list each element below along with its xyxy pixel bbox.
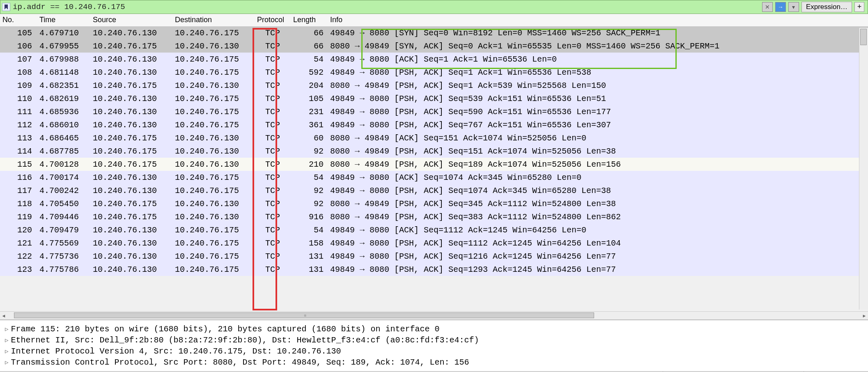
packet-row[interactable]: 1124.68601010.240.76.13010.240.76.175TCP… (0, 118, 868, 131)
col-time[interactable]: Time (37, 14, 90, 26)
packet-row[interactable]: 1074.67998810.240.76.13010.240.76.175TCP… (0, 53, 868, 66)
packet-cell: 10.240.76.175 (172, 171, 255, 184)
col-protocol[interactable]: Protocol (255, 14, 291, 26)
expand-icon[interactable]: ▷ (5, 337, 8, 344)
packet-cell: 10.240.76.130 (172, 158, 255, 171)
details-frame[interactable]: ▷Frame 115: 210 bytes on wire (1680 bits… (5, 324, 863, 335)
clear-filter-icon[interactable]: ✕ (762, 2, 773, 12)
packet-cell: 10.240.76.175 (90, 145, 172, 158)
display-filter-input[interactable] (13, 1, 762, 13)
packet-cell: 92 (291, 197, 328, 210)
packet-cell: 49849 → 8080 [PSH, ACK] Seq=590 Ack=151 … (328, 105, 868, 118)
packet-cell: 49849 → 8080 [ACK] Seq=1112 Ack=1245 Win… (328, 223, 868, 237)
expand-icon[interactable]: ▷ (5, 326, 8, 333)
packet-cell: TCP (255, 263, 291, 276)
packet-cell: 10.240.76.175 (172, 26, 255, 39)
packet-list-pane: No. Time Source Destination Protocol Len… (0, 14, 868, 311)
packet-cell: TCP (255, 79, 291, 92)
packet-cell: 4.709446 (37, 210, 90, 223)
packet-row[interactable]: 1084.68114810.240.76.13010.240.76.175TCP… (0, 66, 868, 79)
packet-cell: 49849 → 8080 [PSH, ACK] Seq=1112 Ack=124… (328, 237, 868, 250)
packet-cell: 105 (0, 26, 37, 39)
packet-cell: 4.700242 (37, 184, 90, 197)
packet-cell: 54 (291, 171, 328, 184)
packet-row[interactable]: 1144.68778510.240.76.17510.240.76.130TCP… (0, 145, 868, 158)
packet-cell: 49849 → 8080 [SYN] Seq=0 Win=8192 Len=0 … (328, 26, 868, 39)
packet-cell: 10.240.76.175 (90, 210, 172, 223)
packet-row[interactable]: 1054.67971010.240.76.13010.240.76.175TCP… (0, 26, 868, 39)
packet-cell: 49849 → 8080 [ACK] Seq=1074 Ack=345 Win=… (328, 171, 868, 184)
packet-cell: 8080 → 49849 [SYN, ACK] Seq=0 Ack=1 Win=… (328, 39, 868, 53)
packet-cell: 122 (0, 250, 37, 263)
packet-cell: 361 (291, 118, 328, 131)
packet-row[interactable]: 1224.77573610.240.76.13010.240.76.175TCP… (0, 250, 868, 263)
packet-cell: TCP (255, 184, 291, 197)
packet-cell: 66 (291, 39, 328, 53)
packet-cell: 112 (0, 118, 37, 131)
packet-row[interactable]: 1234.77578610.240.76.13010.240.76.175TCP… (0, 263, 868, 276)
packet-cell: 66 (291, 26, 328, 39)
col-source[interactable]: Source (90, 14, 172, 26)
vertical-scrollbar[interactable] (859, 28, 868, 310)
packet-row[interactable]: 1164.70017410.240.76.13010.240.76.175TCP… (0, 171, 868, 184)
col-info[interactable]: Info (328, 14, 868, 26)
details-ip[interactable]: ▷Internet Protocol Version 4, Src: 10.24… (5, 346, 863, 357)
packet-cell: 10.240.76.130 (172, 79, 255, 92)
packet-cell: 92 (291, 184, 328, 197)
packet-cell: 4.682351 (37, 79, 90, 92)
col-destination[interactable]: Destination (172, 14, 255, 26)
packet-cell: 10.240.76.130 (90, 118, 172, 131)
details-ethernet[interactable]: ▷Ethernet II, Src: Dell_9f:2b:80 (b8:2a:… (5, 335, 863, 346)
packet-row[interactable]: 1134.68646510.240.76.17510.240.76.130TCP… (0, 131, 868, 145)
packet-cell: 105 (291, 92, 328, 105)
packet-cell: 916 (291, 210, 328, 223)
packet-table[interactable]: No. Time Source Destination Protocol Len… (0, 14, 868, 276)
add-filter-button[interactable]: + (854, 2, 864, 12)
packet-cell: TCP (255, 118, 291, 131)
packet-cell: 49849 → 8080 [PSH, ACK] Seq=1074 Ack=345… (328, 184, 868, 197)
packet-cell: 4.709479 (37, 223, 90, 237)
packet-cell: 10.240.76.175 (90, 79, 172, 92)
packet-cell: 4.679988 (37, 53, 90, 66)
packet-header-row[interactable]: No. Time Source Destination Protocol Len… (0, 14, 868, 26)
expand-icon[interactable]: ▷ (5, 359, 8, 366)
packet-cell: 10.240.76.175 (172, 237, 255, 250)
packet-row[interactable]: 1174.70024210.240.76.13010.240.76.175TCP… (0, 184, 868, 197)
packet-cell: 4.686010 (37, 118, 90, 131)
packet-cell: TCP (255, 250, 291, 263)
packet-cell: 49849 → 8080 [ACK] Seq=1 Ack=1 Win=65536… (328, 53, 868, 66)
packet-row[interactable]: 1104.68261910.240.76.13010.240.76.175TCP… (0, 92, 868, 105)
packet-row[interactable]: 1184.70545010.240.76.17510.240.76.130TCP… (0, 197, 868, 210)
col-length[interactable]: Length (291, 14, 328, 26)
bookmark-icon[interactable] (2, 3, 10, 11)
packet-row[interactable]: 1194.70944610.240.76.17510.240.76.130TCP… (0, 210, 868, 223)
packet-cell: 49849 → 8080 [PSH, ACK] Seq=1 Ack=1 Win=… (328, 66, 868, 79)
packet-row[interactable]: 1214.77556910.240.76.13010.240.76.175TCP… (0, 237, 868, 250)
packet-details-pane[interactable]: ▷Frame 115: 210 bytes on wire (1680 bits… (0, 319, 868, 371)
packet-row[interactable]: 1204.70947910.240.76.13010.240.76.175TCP… (0, 223, 868, 237)
expand-icon[interactable]: ▷ (5, 348, 8, 355)
horizontal-scrollbar[interactable]: ◄ ≡ ► (0, 311, 868, 319)
packet-row[interactable]: 1154.70012810.240.76.17510.240.76.130TCP… (0, 158, 868, 171)
packet-cell: 110 (0, 92, 37, 105)
packet-cell: 10.240.76.130 (90, 53, 172, 66)
packet-row[interactable]: 1094.68235110.240.76.17510.240.76.130TCP… (0, 79, 868, 92)
packet-cell: 231 (291, 105, 328, 118)
details-tcp[interactable]: ▷Transmission Control Protocol, Src Port… (5, 357, 863, 368)
packet-cell: 118 (0, 197, 37, 210)
packet-cell: 4.687785 (37, 145, 90, 158)
packet-row[interactable]: 1114.68593610.240.76.13010.240.76.175TCP… (0, 105, 868, 118)
packet-cell: 8080 → 49849 [PSH, ACK] Seq=345 Ack=1112… (328, 197, 868, 210)
packet-cell: 8080 → 49849 [PSH, ACK] Seq=189 Ack=1074… (328, 158, 868, 171)
expression-button[interactable]: Expression… (801, 2, 852, 12)
packet-cell: 10.240.76.175 (172, 53, 255, 66)
packet-cell: 10.240.76.130 (90, 66, 172, 79)
packet-cell: 10.240.76.175 (172, 184, 255, 197)
col-no[interactable]: No. (0, 14, 37, 26)
packet-cell: 121 (0, 237, 37, 250)
packet-cell: 4.679710 (37, 26, 90, 39)
filter-history-dropdown[interactable]: ▾ (788, 2, 799, 12)
apply-filter-icon[interactable]: → (775, 2, 786, 12)
packet-row[interactable]: 1064.67995510.240.76.17510.240.76.130TCP… (0, 39, 868, 53)
packet-cell: 49849 → 8080 [PSH, ACK] Seq=1216 Ack=124… (328, 250, 868, 263)
